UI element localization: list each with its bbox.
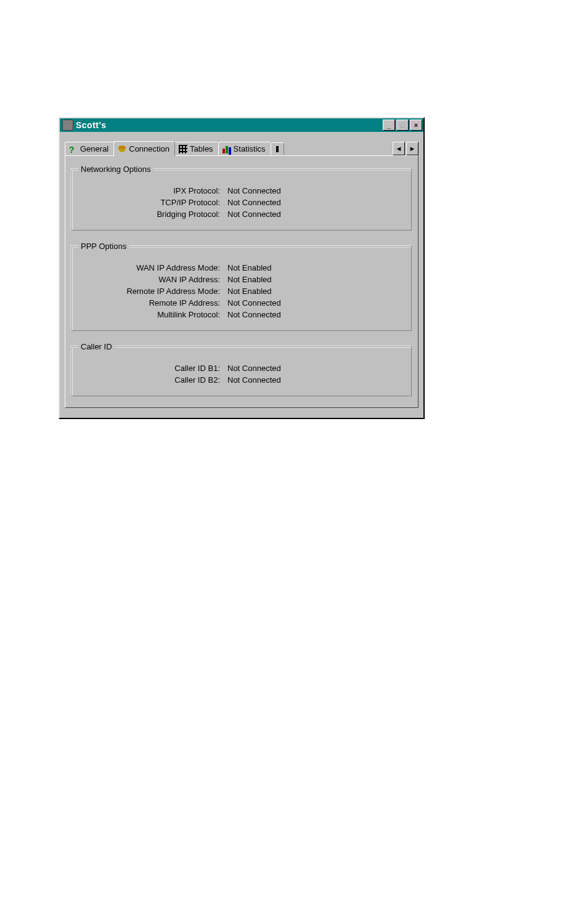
close-button[interactable]: × [410,120,422,131]
group-legend: Caller ID [78,342,115,351]
tab-scroll-left-button[interactable]: ◄ [393,142,405,155]
row-caller-id-b1: Caller ID B1: Not Connected [78,364,405,373]
maximize-button[interactable]: □ [396,120,409,131]
more-icon [274,145,282,153]
row-multilink-protocol: Multilink Protocol: Not Connected [78,310,405,319]
value: Not Connected [227,186,281,195]
value: Not Connected [227,364,281,373]
value: Not Enabled [227,275,272,284]
label: WAN IP Address: [78,275,227,284]
tables-icon [179,145,187,153]
tab-panel-connection: Networking Options IPX Protocol: Not Con… [65,155,419,408]
label: Remote IP Address Mode: [78,287,227,296]
tab-connection[interactable]: Connection [113,141,175,157]
tab-label: Connection [129,144,169,153]
label: IPX Protocol: [78,186,227,195]
window-buttons: _ □ × [382,120,422,131]
row-wan-ip-mode: WAN IP Address Mode: Not Enabled [78,263,405,272]
value: Not Connected [227,310,281,319]
value: Not Connected [227,198,281,207]
tab-label: Tables [190,144,213,153]
group-networking-options: Networking Options IPX Protocol: Not Con… [71,165,412,230]
tab-more[interactable] [271,142,284,156]
value: Not Connected [227,298,281,308]
label: WAN IP Address Mode: [78,263,227,272]
group-legend: Networking Options [78,165,153,174]
value: Not Enabled [227,287,272,296]
tab-general[interactable]: General [65,142,114,156]
window-title: Scott's [76,120,382,130]
row-remote-ip: Remote IP Address: Not Connected [78,298,405,308]
row-remote-ip-mode: Remote IP Address Mode: Not Enabled [78,287,405,296]
question-icon [69,145,78,153]
app-icon [62,120,73,131]
tab-tables[interactable]: Tables [174,142,219,156]
statistics-icon [223,145,231,153]
title-bar[interactable]: Scott's _ □ × [60,118,423,132]
phone-icon [118,145,126,153]
tab-label: Statistics [234,144,266,153]
row-bridging-protocol: Bridging Protocol: Not Connected [78,210,405,219]
app-window: Scott's _ □ × General Connection [59,117,425,419]
row-ipx-protocol: IPX Protocol: Not Connected [78,186,405,195]
group-legend: PPP Options [78,242,129,251]
row-caller-id-b2: Caller ID B2: Not Connected [78,375,405,385]
label: Caller ID B2: [78,375,227,385]
row-wan-ip: WAN IP Address: Not Enabled [78,275,405,284]
group-ppp-options: PPP Options WAN IP Address Mode: Not Ena… [71,242,412,331]
label: Multilink Protocol: [78,310,227,319]
tab-scroll-right-button[interactable]: ► [406,142,419,155]
value: Not Connected [227,210,281,219]
minimize-button[interactable]: _ [383,120,395,131]
label: Caller ID B1: [78,364,227,373]
label: Bridging Protocol: [78,210,227,219]
tab-label: General [80,144,108,153]
tab-scroll-buttons: ◄ ► [391,142,419,155]
client-area: General Connection Tables Statistics [60,132,423,418]
value: Not Enabled [227,263,272,272]
value: Not Connected [227,375,281,385]
tab-strip: General Connection Tables Statistics [65,138,419,155]
row-tcpip-protocol: TCP/IP Protocol: Not Connected [78,198,405,207]
group-caller-id: Caller ID Caller ID B1: Not Connected Ca… [71,342,412,396]
label: TCP/IP Protocol: [78,198,227,207]
label: Remote IP Address: [78,298,227,308]
tab-statistics[interactable]: Statistics [218,142,271,156]
